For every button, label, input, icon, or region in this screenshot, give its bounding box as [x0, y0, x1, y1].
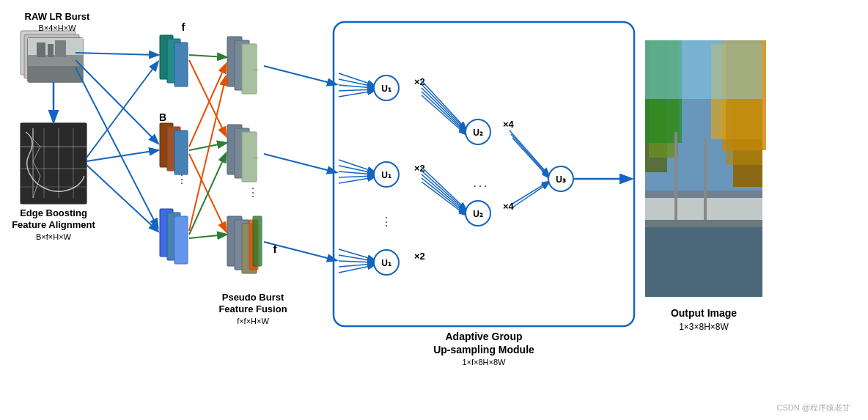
- svg-line-69: [422, 174, 466, 212]
- feature-stack-2: [160, 123, 188, 174]
- upsampling-label: Up-sampling Module: [433, 344, 534, 355]
- adaptive-group-label: Adaptive Group: [445, 331, 522, 342]
- svg-text:U₂: U₂: [473, 128, 483, 138]
- x4-bottom: ×4: [503, 201, 515, 212]
- svg-rect-24: [174, 130, 188, 174]
- feature-alignment-label: Feature Alignment: [12, 219, 95, 230]
- output-image-group: [645, 40, 766, 297]
- svg-line-68: [422, 171, 466, 210]
- svg-line-61: [511, 134, 548, 176]
- svg-line-70: [422, 178, 466, 213]
- u2-top: U₂: [422, 81, 490, 144]
- feature-alignment-dim: B×f×H×W: [36, 232, 72, 241]
- svg-rect-9: [28, 66, 83, 82]
- dots-feature: ⋮: [176, 173, 188, 185]
- svg-text:U₁: U₁: [381, 170, 391, 180]
- svg-rect-8: [55, 40, 66, 57]
- watermark: CSDN @程序猿老甘: [777, 403, 850, 412]
- arrow-fusion1-to-adaptive: [264, 66, 336, 84]
- diagram-container: RAW LR Burst B×4×H×W Edge Boosting Featu…: [0, 0, 868, 420]
- u3-node: U₃: [510, 130, 573, 207]
- svg-text:U₁: U₁: [381, 84, 391, 94]
- feature-fusion-label: Feature Fusion: [218, 303, 287, 314]
- u1-middle: U₁: [339, 160, 399, 187]
- svg-line-76: [339, 261, 374, 262]
- fusion-block-1: ...: [227, 37, 259, 94]
- output-image-dim: 1×3×8H×8W: [679, 322, 729, 332]
- svg-rect-93: [674, 132, 677, 220]
- dots-fusion-middle: ⋮: [247, 186, 259, 199]
- u1-bottom: U₁: [339, 249, 399, 275]
- feature-fusion-dim: f×f×H×W: [237, 317, 269, 325]
- svg-line-60: [510, 130, 548, 174]
- svg-line-47: [422, 84, 466, 130]
- svg-text:U₁: U₁: [381, 258, 391, 268]
- svg-rect-38: [253, 216, 262, 266]
- svg-line-48: [422, 88, 466, 131]
- svg-line-71: [422, 182, 466, 215]
- svg-rect-95: [645, 40, 762, 99]
- green-arrow-1: [189, 55, 226, 57]
- fusion-block-3: ...: [227, 216, 270, 273]
- raw-lr-burst-group: RAW LR Burst B×4×H×W: [21, 11, 90, 82]
- feature-stack-1: [160, 35, 188, 86]
- arrow-raw-to-feat1: [76, 53, 158, 55]
- arrow-edge-to-feat3: [87, 165, 158, 231]
- u1-top: U₁: [339, 73, 399, 100]
- svg-rect-94: [704, 139, 707, 220]
- svg-line-46: [422, 81, 466, 128]
- svg-rect-92: [645, 227, 762, 297]
- svg-line-63: [512, 183, 548, 207]
- dots-rows: ⋮: [380, 215, 392, 228]
- dots-fusion2: ...: [253, 152, 259, 160]
- svg-line-42: [339, 89, 374, 91]
- svg-rect-7: [48, 44, 54, 57]
- dots-fusion1: ...: [253, 64, 259, 72]
- b-label: B: [159, 111, 166, 123]
- svg-line-57: [339, 177, 374, 183]
- edge-boosting-group: Edge Boosting Feature Alignment B×f×H×W: [12, 123, 95, 241]
- arrow-raw-to-feat3: [76, 67, 158, 227]
- svg-text:U₃: U₃: [556, 174, 566, 185]
- svg-rect-11: [21, 123, 87, 204]
- svg-text:U₂: U₂: [473, 209, 483, 219]
- raw-lr-burst-label: RAW LR Burst: [25, 11, 91, 22]
- svg-rect-27: [174, 216, 188, 264]
- orange-arrow-4: [189, 77, 226, 231]
- arrow-raw-to-feat2: [76, 60, 158, 143]
- pseudo-burst-label: Pseudo Burst: [222, 292, 284, 303]
- raw-lr-burst-dim: B×4×H×W: [38, 23, 76, 32]
- svg-rect-21: [174, 43, 188, 86]
- upsampling-dim: 1×f×8H×8W: [462, 358, 506, 366]
- svg-line-67: [422, 167, 466, 209]
- fusion-block-2: ...: [227, 125, 259, 182]
- output-image-label: Output Image: [671, 307, 737, 319]
- svg-line-56: [339, 176, 374, 177]
- svg-rect-6: [37, 43, 45, 57]
- x2-bottom: ×2: [414, 251, 425, 262]
- svg-line-50: [422, 95, 466, 134]
- edge-boosting-label: Edge Boosting: [20, 207, 87, 218]
- f-label-top: f: [182, 21, 186, 33]
- svg-line-43: [339, 91, 374, 97]
- svg-line-64: [512, 182, 548, 204]
- green-arrow-2: [189, 143, 226, 150]
- x4-top: ×4: [503, 119, 515, 130]
- svg-line-49: [422, 92, 466, 133]
- feature-stack-3: [160, 209, 188, 264]
- orange-arrow-2: [189, 65, 226, 147]
- arrow-fusion2-to-adaptive: [264, 154, 336, 172]
- green-arrow-4: [189, 235, 226, 238]
- svg-line-62: [512, 138, 548, 177]
- u2-bottom: U₂: [422, 167, 490, 226]
- dots-u2: . . .: [474, 178, 487, 189]
